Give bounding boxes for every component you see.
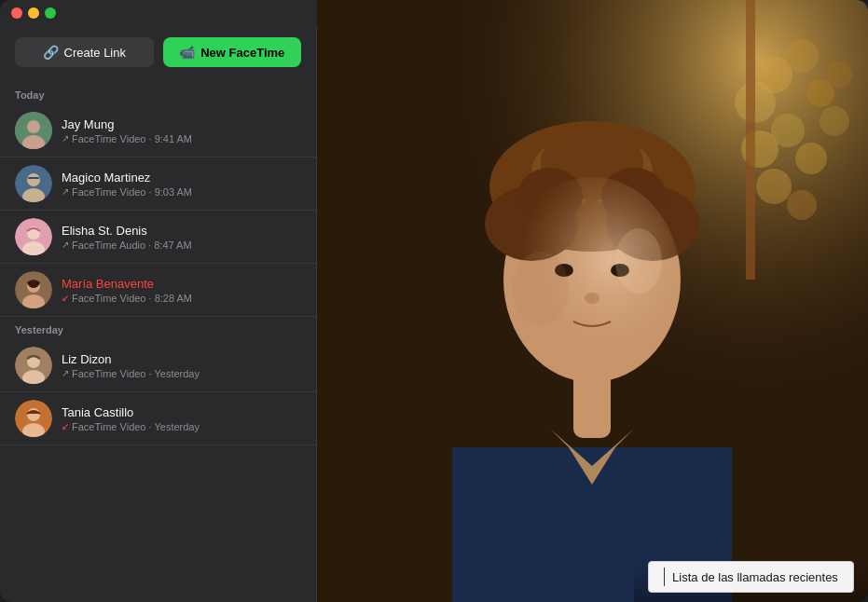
- call-name-liz-dizon: Liz Dizon: [62, 352, 301, 366]
- avatar-tania-castillo: [15, 400, 52, 437]
- call-name-maria-benavente: María Benavente: [62, 277, 301, 291]
- new-facetime-button[interactable]: 📹 New FaceTime: [163, 37, 302, 67]
- call-item-maria-benavente[interactable]: María Benavente ↙ FaceTime Video · 8:28 …: [0, 264, 316, 317]
- call-item-liz-dizon[interactable]: Liz Dizon ↗ FaceTime Video · Yesterday: [0, 339, 316, 392]
- call-meta-liz: ↗ FaceTime Video · Yesterday: [62, 368, 301, 379]
- svg-point-50: [513, 252, 569, 326]
- svg-point-26: [820, 106, 849, 136]
- maximize-button[interactable]: [45, 7, 56, 19]
- svg-point-4: [27, 173, 40, 186]
- today-section-label: Today: [0, 82, 316, 104]
- caption-box: Lista de las llamadas recientes: [648, 561, 854, 593]
- create-link-label: Create Link: [64, 46, 126, 60]
- call-type-liz: FaceTime Video · Yesterday: [72, 368, 200, 379]
- caption-area: Lista de las llamadas recientes: [634, 561, 868, 602]
- call-item-jay-mung[interactable]: Jay Mung ↗ FaceTime Video · 9:41 AM: [0, 104, 316, 157]
- call-info-magico-martinez: Magico Martinez ↗ FaceTime Video · 9:03 …: [62, 171, 301, 198]
- call-name-magico-martinez: Magico Martinez: [62, 171, 301, 185]
- app-window: 🔗 Create Link 📹 New FaceTime Today: [0, 0, 868, 602]
- outgoing-arrow-icon-2: ↗: [62, 186, 69, 197]
- title-bar: [0, 0, 317, 26]
- svg-point-51: [615, 228, 662, 294]
- call-type-elisha: FaceTime Audio · 8:47 AM: [72, 239, 192, 251]
- caption-line: [664, 568, 665, 586]
- call-meta-magico-martinez: ↗ FaceTime Video · 9:03 AM: [62, 186, 301, 198]
- new-facetime-label: New FaceTime: [200, 46, 284, 60]
- svg-rect-6: [28, 177, 39, 179]
- call-meta-elisha: ↗ FaceTime Audio · 8:47 AM: [62, 239, 301, 251]
- traffic-lights: [11, 7, 56, 19]
- svg-point-29: [826, 62, 852, 88]
- svg-point-22: [785, 39, 819, 73]
- outgoing-arrow-icon: ↗: [62, 133, 69, 144]
- call-item-tania-castillo[interactable]: Tania Castillo ↙ FaceTime Video · Yester…: [0, 392, 316, 445]
- svg-point-49: [585, 293, 599, 304]
- call-info-liz-dizon: Liz Dizon ↗ FaceTime Video · Yesterday: [62, 352, 301, 379]
- call-type-magico: FaceTime Video · 9:03 AM: [72, 186, 192, 198]
- call-info-jay-mung: Jay Mung ↗ FaceTime Video · 9:41 AM: [62, 117, 301, 144]
- outgoing-arrow-icon-4: ↗: [62, 368, 69, 378]
- call-info-elisha-st-denis: Elisha St. Denis ↗ FaceTime Audio · 8:47…: [62, 224, 301, 251]
- call-item-elisha-st-denis[interactable]: Elisha St. Denis ↗ FaceTime Audio · 8:47…: [0, 211, 316, 264]
- svg-rect-32: [746, 0, 755, 280]
- svg-point-28: [795, 143, 827, 174]
- outgoing-arrow-icon-3: ↗: [62, 239, 69, 250]
- svg-point-30: [756, 169, 792, 204]
- action-buttons: 🔗 Create Link 📹 New FaceTime: [0, 26, 316, 82]
- call-name-jay-mung: Jay Mung: [62, 117, 301, 131]
- yesterday-section-label: Yesterday: [0, 317, 316, 339]
- call-meta-jay-mung: ↗ FaceTime Video · 9:41 AM: [62, 133, 301, 144]
- missed-arrow-icon-2: ↙: [62, 421, 69, 431]
- caption-text: Lista de las llamadas recientes: [672, 570, 838, 584]
- link-icon: 🔗: [43, 45, 59, 60]
- call-meta-tania: ↙ FaceTime Video · Yesterday: [62, 421, 301, 432]
- call-info-maria-benavente: María Benavente ↙ FaceTime Video · 8:28 …: [62, 277, 301, 304]
- call-item-magico-martinez[interactable]: Magico Martinez ↗ FaceTime Video · 9:03 …: [0, 157, 316, 211]
- call-type-maria: FaceTime Video · 8:28 AM: [72, 293, 192, 304]
- minimize-button[interactable]: [28, 7, 39, 19]
- avatar-elisha-st-denis: [15, 218, 52, 255]
- create-link-button[interactable]: 🔗 Create Link: [15, 37, 154, 67]
- photo-area: Lista de las llamadas recientes: [317, 0, 868, 602]
- avatar-magico-martinez: [15, 165, 52, 202]
- call-info-tania-castillo: Tania Castillo ↙ FaceTime Video · Yester…: [62, 405, 301, 432]
- avatar-liz-dizon: [15, 347, 52, 384]
- call-meta-maria: ↙ FaceTime Video · 8:28 AM: [62, 293, 301, 304]
- avatar-maria-benavente: [15, 271, 52, 308]
- svg-point-31: [787, 190, 817, 220]
- call-type-tania: FaceTime Video · Yesterday: [72, 421, 200, 432]
- call-name-tania-castillo: Tania Castillo: [62, 405, 301, 419]
- today-call-list: Jay Mung ↗ FaceTime Video · 9:41 AM: [0, 104, 316, 317]
- video-icon: 📹: [179, 45, 195, 60]
- close-button[interactable]: [11, 7, 22, 19]
- yesterday-call-list: Liz Dizon ↗ FaceTime Video · Yesterday: [0, 339, 316, 445]
- main-content: 🔗 Create Link 📹 New FaceTime Today: [0, 0, 868, 602]
- sidebar: 🔗 Create Link 📹 New FaceTime Today: [0, 0, 317, 602]
- call-name-elisha-st-denis: Elisha St. Denis: [62, 224, 301, 238]
- avatar-jay-mung: [15, 112, 52, 149]
- call-type-jay-mung: FaceTime Video · 9:41 AM: [72, 133, 192, 144]
- missed-arrow-icon: ↙: [62, 293, 69, 303]
- svg-point-1: [27, 120, 40, 133]
